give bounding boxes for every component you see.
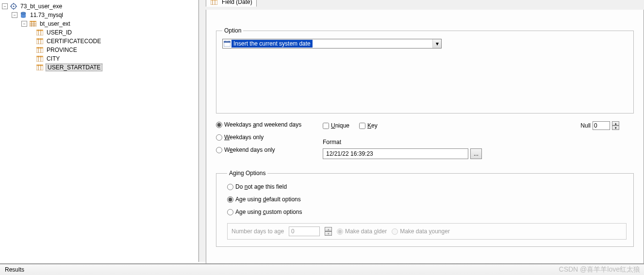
aging-legend: Aging Options <box>227 170 267 177</box>
format-label: Format <box>323 139 634 146</box>
tree-table[interactable]: bt_user_ext <box>39 20 71 27</box>
svg-rect-19 <box>36 38 43 40</box>
tab-field-date[interactable]: Field (Date) <box>206 0 257 7</box>
radio-make-younger: Make data younger <box>392 228 450 235</box>
tree-toggle[interactable]: − <box>2 3 8 9</box>
svg-rect-9 <box>30 21 36 22</box>
column-icon <box>36 38 44 45</box>
spinner-up-icon: ▴ <box>325 227 332 231</box>
results-bar[interactable]: Results <box>0 263 644 275</box>
null-label: Null <box>580 122 591 129</box>
calendar-icon <box>223 40 231 48</box>
svg-rect-31 <box>36 65 43 66</box>
svg-rect-15 <box>36 30 43 31</box>
column-icon <box>210 0 218 5</box>
option-dropdown[interactable]: Insert the current system date ▾ <box>222 39 442 49</box>
svg-rect-34 <box>211 0 217 5</box>
radio-age-custom[interactable]: Age using custom options <box>227 209 627 215</box>
aging-group: Aging Options Do not age this field Age … <box>216 170 634 247</box>
svg-rect-27 <box>36 56 43 57</box>
tree-column[interactable]: CERTIFICATECODE <box>46 38 102 45</box>
tree-column-selected[interactable]: USER_STARTDATE <box>46 64 102 71</box>
svg-rect-39 <box>224 41 231 43</box>
column-icon <box>36 29 44 36</box>
column-icon <box>36 64 44 71</box>
column-icon <box>36 47 44 53</box>
tree-panel: − 73_bt_user_exe − 11.73_mysql − bt_user… <box>0 0 199 262</box>
tree-column[interactable]: USER_ID <box>46 29 73 36</box>
tree-toggle[interactable]: − <box>12 12 17 18</box>
checkbox-key[interactable]: Key <box>359 122 378 129</box>
chevron-down-icon[interactable]: ▾ <box>432 39 441 48</box>
table-icon <box>29 20 37 27</box>
radio-weekdays-and-weekend[interactable]: Weekdays and weekend days <box>216 121 313 128</box>
radio-make-older: Make data older <box>337 228 387 235</box>
format-input[interactable] <box>323 148 468 159</box>
tree-column[interactable]: CITY <box>46 55 61 62</box>
tree-root[interactable]: 73_bt_user_exe <box>19 3 63 10</box>
tree-column[interactable]: PROVINCE <box>46 47 78 53</box>
num-days-input <box>289 226 320 236</box>
svg-point-1 <box>13 6 15 7</box>
radio-weekdays-only[interactable]: Weekdays only <box>216 134 313 141</box>
option-group: Option Insert the current system date ▾ <box>216 27 634 113</box>
spinner-down-icon: ▾ <box>325 231 332 236</box>
database-icon <box>19 12 27 18</box>
option-legend: Option <box>222 27 243 34</box>
null-input[interactable] <box>593 121 610 130</box>
spinner-up-icon[interactable]: ▴ <box>612 121 619 126</box>
radio-do-not-age[interactable]: Do not age this field <box>227 183 627 190</box>
spinner-down-icon[interactable]: ▾ <box>612 126 619 130</box>
gear-icon <box>10 3 17 10</box>
properties-panel: Field (Date) Option Insert the current s… <box>199 0 644 262</box>
watermark: CSDN @喜羊羊love红太狼 <box>559 265 640 274</box>
radio-age-default[interactable]: Age using default options <box>227 196 627 203</box>
column-icon <box>36 55 44 62</box>
tab-label: Field (Date) <box>222 0 252 5</box>
format-browse-button[interactable]: ... <box>470 148 482 159</box>
custom-age-subrow: Number days to age ▴ ▾ Make data older M… <box>227 223 627 240</box>
radio-weekend-only[interactable]: Weekend days only <box>216 146 313 153</box>
option-selected: Insert the current system date <box>231 40 313 48</box>
checkbox-unique[interactable]: Unique <box>323 122 349 129</box>
null-spinner[interactable]: ▴ ▾ <box>612 121 619 130</box>
results-label: Results <box>5 266 24 273</box>
num-days-label: Number days to age <box>231 228 284 235</box>
svg-rect-35 <box>211 0 217 0</box>
svg-rect-23 <box>36 47 43 49</box>
tree-toggle[interactable]: − <box>21 21 27 27</box>
num-days-spinner: ▴ ▾ <box>325 227 332 236</box>
tree-db[interactable]: 11.73_mysql <box>29 12 64 18</box>
